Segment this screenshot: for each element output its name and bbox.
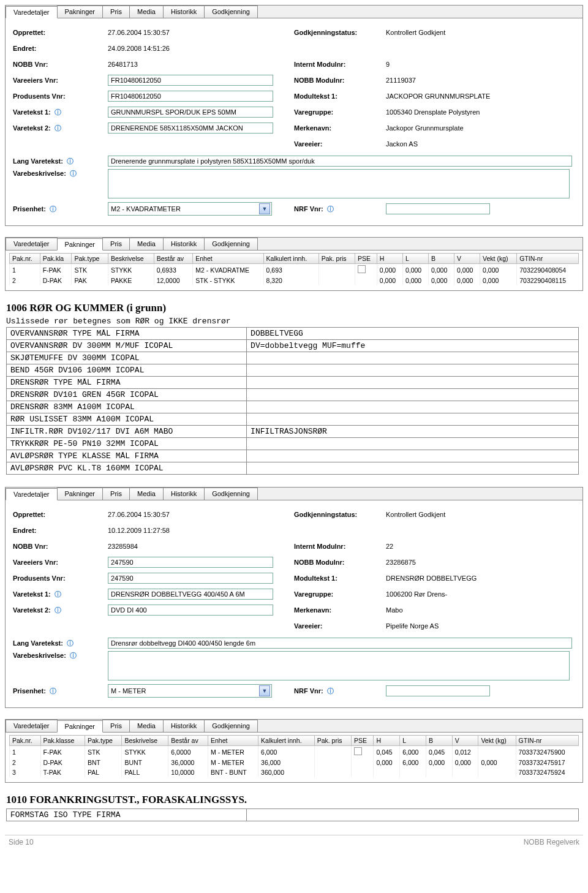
tab-pris[interactable]: Pris	[102, 238, 130, 250]
info-icon[interactable]	[53, 108, 61, 116]
col-beskr[interactable]: Beskrivelse	[108, 254, 154, 264]
col-nr[interactable]: Pak.nr.	[10, 736, 41, 746]
col-h[interactable]: H	[374, 736, 400, 746]
info-icon[interactable]	[325, 687, 334, 695]
lbl-varetekst2: Varetekst 2:	[13, 124, 108, 133]
col-nr[interactable]: Pak.nr.	[10, 254, 40, 264]
col-b[interactable]: B	[426, 736, 452, 746]
tab-varedetaljer[interactable]: Varedetaljer	[6, 488, 58, 500]
input-vareeiers-vnr[interactable]	[108, 557, 273, 568]
tab-pakninger[interactable]: Pakninger	[57, 720, 104, 733]
input-lang-varetekst[interactable]	[108, 156, 572, 167]
tab-pris[interactable]: Pris	[102, 488, 130, 500]
tab-media[interactable]: Media	[129, 488, 164, 500]
table-row: BEND 45GR DV106 100MM ICOPAL	[7, 364, 579, 377]
col-bestar[interactable]: Består av	[168, 736, 208, 746]
col-type[interactable]: Pak.type	[85, 736, 121, 746]
tab-pakninger[interactable]: Pakninger	[57, 238, 104, 251]
section-subtitle: Uslissede rør betegnes som RØR og IKKE d…	[6, 317, 582, 326]
tab-historikk[interactable]: Historikk	[163, 238, 205, 250]
info-icon[interactable]	[65, 639, 74, 647]
pse-checkbox[interactable]	[358, 265, 366, 273]
col-pris[interactable]: Pak. pris	[314, 736, 351, 746]
tab-varedetaljer[interactable]: Varedetaljer	[6, 720, 58, 732]
info-icon[interactable]	[48, 687, 56, 695]
tab-historikk[interactable]: Historikk	[163, 6, 205, 18]
table-row[interactable]: 3T-PAKPALPALL10,0000BNT - BUNT360,000703…	[10, 767, 579, 777]
tab-historikk[interactable]: Historikk	[163, 488, 205, 500]
input-nrf-vnr[interactable]	[386, 203, 490, 214]
info-icon[interactable]	[53, 606, 61, 614]
input-varebeskrivelse[interactable]	[108, 169, 570, 198]
col-kalk[interactable]: Kalkulert innh.	[258, 736, 315, 746]
tab-godkjenning[interactable]: Godkjenning	[204, 6, 258, 18]
tab-media[interactable]: Media	[129, 238, 164, 250]
tab-media[interactable]: Media	[129, 6, 164, 18]
col-vekt[interactable]: Vekt (kg)	[478, 736, 516, 746]
col-gtin[interactable]: GTIN-nr	[517, 254, 579, 264]
tab-pakninger[interactable]: Pakninger	[57, 6, 104, 18]
info-icon[interactable]	[48, 205, 56, 213]
tab-historikk[interactable]: Historikk	[163, 720, 205, 732]
pse-checkbox[interactable]	[354, 747, 362, 755]
tab-godkjenning[interactable]: Godkjenning	[204, 720, 258, 732]
info-icon[interactable]	[53, 124, 61, 132]
table-row[interactable]: 2D-PAKPAKPAKKE12,0000STK - STYKK8,3200,0…	[10, 276, 579, 285]
info-icon[interactable]	[325, 205, 334, 213]
input-varetekst2[interactable]	[108, 122, 273, 134]
input-varetekst2[interactable]	[108, 605, 273, 616]
input-varetekst1[interactable]	[108, 107, 273, 118]
input-varetekst1[interactable]	[108, 589, 273, 600]
info-icon[interactable]	[65, 157, 74, 165]
select-prisenhet[interactable]: M2 - KVADRATMETER▼	[108, 202, 272, 216]
col-enhet[interactable]: Enhet	[193, 254, 263, 264]
col-beskr[interactable]: Beskrivelse	[122, 736, 168, 746]
val-modultekst1: JACKOPOR GRUNNMURSPLATE	[386, 92, 575, 100]
col-v[interactable]: V	[452, 736, 478, 746]
input-produsents-vnr[interactable]	[108, 91, 273, 102]
tab-pakninger[interactable]: Pakninger	[57, 488, 104, 500]
input-vareeiers-vnr[interactable]	[108, 75, 273, 86]
input-lang-varetekst[interactable]	[108, 638, 572, 649]
lbl-nobb-modulnr: NOBB Modulnr:	[294, 559, 386, 566]
lbl-nrf-vnr: NRF Vnr:	[294, 687, 386, 696]
lbl-godkj-status: Godkjenningstatus:	[294, 29, 386, 36]
input-nrf-vnr[interactable]	[386, 685, 490, 696]
col-pse[interactable]: PSE	[352, 736, 374, 746]
col-l[interactable]: L	[400, 736, 426, 746]
info-icon[interactable]	[68, 170, 77, 177]
tab-godkjenning[interactable]: Godkjenning	[204, 488, 258, 500]
section-title-1010: 1010 FORANKRINGSUTST., FORASKALINGSSYS.	[6, 794, 582, 806]
info-icon[interactable]	[68, 652, 77, 659]
tab-media[interactable]: Media	[129, 720, 164, 732]
col-h[interactable]: H	[377, 254, 402, 264]
table-row[interactable]: 1F-PAKSTKSTYKK0,6933M2 - KVADRATME0,6930…	[10, 264, 579, 276]
col-b[interactable]: B	[428, 254, 454, 264]
col-pris[interactable]: Pak. pris	[318, 254, 355, 264]
table-row[interactable]: 1F-PAKSTKSTYKK6,0000M - METER6,0000,0456…	[10, 746, 579, 758]
col-v[interactable]: V	[454, 254, 480, 264]
col-type[interactable]: Pak.type	[72, 254, 108, 264]
col-bestar[interactable]: Består av	[154, 254, 193, 264]
input-produsents-vnr[interactable]	[108, 573, 273, 584]
tab-pris[interactable]: Pris	[102, 6, 130, 18]
col-pse[interactable]: PSE	[355, 254, 377, 264]
tab-godkjenning[interactable]: Godkjenning	[204, 238, 258, 250]
tab-pris[interactable]: Pris	[102, 720, 130, 732]
val-godkj-status: Kontrollert Godkjent	[386, 29, 575, 36]
select-prisenhet[interactable]: M - METER▼	[108, 684, 272, 698]
input-varebeskrivelse[interactable]	[108, 651, 570, 680]
col-kla[interactable]: Pak.kla	[40, 254, 72, 264]
col-vekt[interactable]: Vekt (kg)	[480, 254, 517, 264]
col-l[interactable]: L	[402, 254, 428, 264]
info-icon[interactable]	[53, 590, 61, 598]
col-kalk[interactable]: Kalkulert innh.	[263, 254, 318, 264]
tab-varedetaljer[interactable]: Varedetaljer	[6, 238, 58, 250]
col-kla[interactable]: Pak.klasse	[40, 736, 85, 746]
col-enhet[interactable]: Enhet	[208, 736, 258, 746]
table-row[interactable]: 2D-PAKBNTBUNT36,0000M - METER36,0000,000…	[10, 758, 579, 767]
tab-varedetaljer[interactable]: Varedetaljer	[6, 6, 58, 18]
col-gtin[interactable]: GTIN-nr	[516, 736, 578, 746]
lbl-varegruppe: Varegruppe:	[294, 108, 386, 116]
lbl-nobb-modulnr: NOBB Modulnr:	[294, 77, 386, 84]
